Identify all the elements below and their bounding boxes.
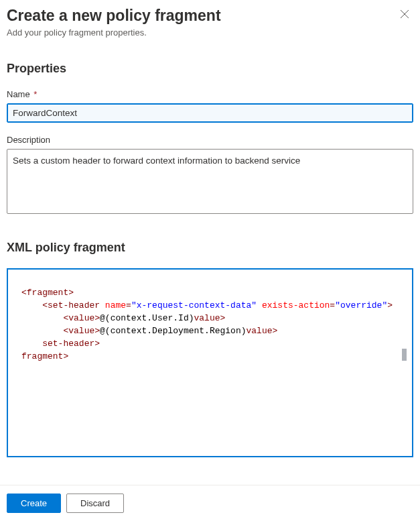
description-label: Description bbox=[7, 135, 413, 145]
xml-editor[interactable]: <fragment> <set-header name="x-request-c… bbox=[7, 268, 413, 457]
properties-heading: Properties bbox=[7, 62, 413, 76]
description-input[interactable] bbox=[7, 149, 413, 214]
create-button[interactable]: Create bbox=[7, 494, 61, 513]
name-label-text: Name bbox=[7, 89, 30, 99]
name-input[interactable] bbox=[7, 103, 413, 123]
required-indicator: * bbox=[33, 89, 37, 99]
discard-button[interactable]: Discard bbox=[66, 494, 124, 513]
panel-title: Create a new policy fragment bbox=[7, 7, 400, 25]
close-icon[interactable] bbox=[400, 9, 413, 23]
editor-cursor bbox=[402, 349, 407, 361]
panel-subtitle: Add your policy fragment properties. bbox=[7, 27, 400, 38]
name-label: Name * bbox=[7, 89, 413, 99]
xml-heading: XML policy fragment bbox=[7, 241, 413, 255]
footer: Create Discard bbox=[0, 485, 420, 521]
